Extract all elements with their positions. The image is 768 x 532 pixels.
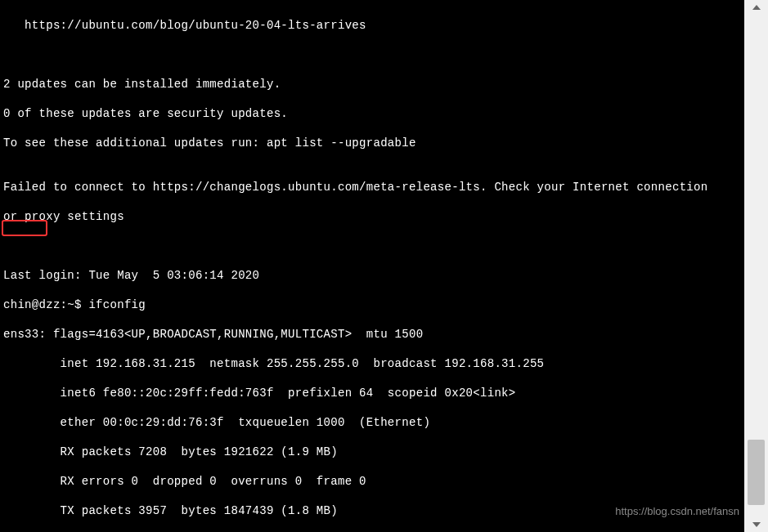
prompt-line: chin@dzz:~$ ifconfig: [3, 297, 741, 312]
terminal-content[interactable]: https://ubuntu.com/blog/ubuntu-20-04-lts…: [0, 0, 744, 532]
scroll-down-button[interactable]: [744, 517, 768, 532]
scroll-up-button[interactable]: [744, 0, 768, 15]
failed-line: or proxy settings: [3, 209, 741, 224]
ifconfig-ens33-line: ether 00:0c:29:dd:76:3f txqueuelen 1000 …: [3, 415, 741, 430]
lastlogin-line: Last login: Tue May 5 03:06:14 2020: [3, 268, 741, 283]
failed-line: Failed to connect to https://changelogs.…: [3, 180, 741, 194]
updates-line: 0 of these updates are security updates.: [3, 106, 741, 121]
ifconfig-ens33-line: ens33: flags=4163<UP,BROADCAST,RUNNING,M…: [3, 327, 741, 342]
terminal-window[interactable]: https://ubuntu.com/blog/ubuntu-20-04-lts…: [0, 0, 744, 532]
ifconfig-ens33-line: RX errors 0 dropped 0 overruns 0 frame 0: [3, 474, 741, 489]
watermark-text: https://blog.csdn.net/fansn: [615, 505, 739, 517]
chevron-down-icon: [752, 522, 761, 527]
updates-line: 2 updates can be installed immediately.: [3, 77, 741, 92]
chevron-up-icon: [752, 5, 761, 10]
vertical-scrollbar[interactable]: [744, 0, 768, 532]
ifconfig-ens33-line: inet 192.168.31.215 netmask 255.255.255.…: [3, 356, 741, 371]
scroll-thumb[interactable]: [748, 440, 765, 505]
ifconfig-ens33-line: RX packets 7208 bytes 1921622 (1.9 MB): [3, 445, 741, 459]
ifconfig-ens33-line: inet6 fe80::20c:29ff:fedd:763f prefixlen…: [3, 386, 741, 400]
updates-line: To see these additional updates run: apt…: [3, 136, 741, 150]
motd-line: https://ubuntu.com/blog/ubuntu-20-04-lts…: [3, 18, 741, 33]
